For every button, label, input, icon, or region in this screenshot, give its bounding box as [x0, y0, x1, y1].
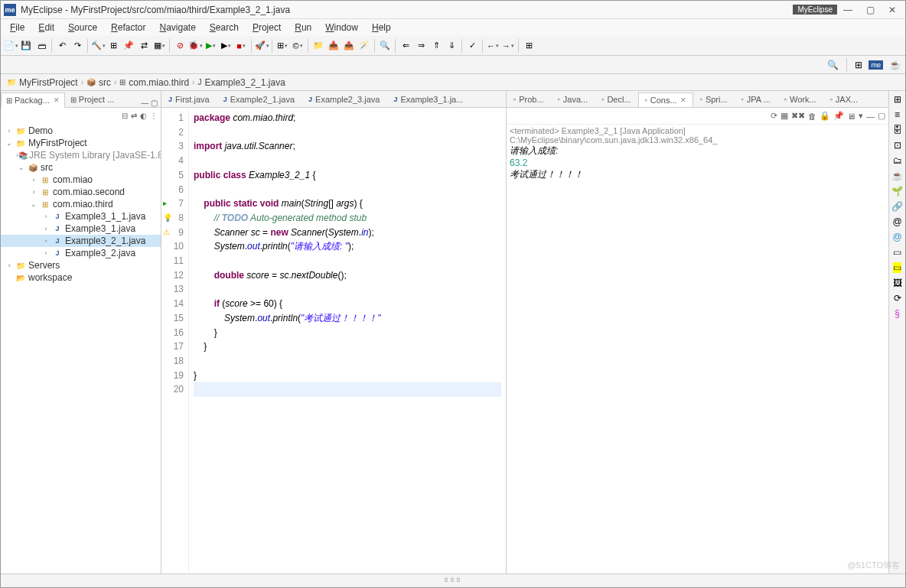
- run-button[interactable]: ▶: [204, 39, 217, 53]
- tree-item[interactable]: ›JExample3_2.java: [1, 247, 161, 259]
- back-button[interactable]: ⇐: [399, 39, 412, 53]
- breadcrumb-item[interactable]: MyFirstProject: [19, 77, 78, 88]
- coverage-button[interactable]: ▶: [219, 39, 233, 53]
- menu-edit[interactable]: Edit: [32, 21, 60, 34]
- menu-project[interactable]: Project: [246, 21, 287, 34]
- tree-item[interactable]: ›JExample3_2_1.java: [1, 235, 161, 247]
- max-icon[interactable]: ▢: [878, 111, 885, 121]
- trim-icon[interactable]: 🖼: [893, 278, 902, 288]
- build-button[interactable]: 🔨: [91, 39, 105, 53]
- tree-item[interactable]: ›📚JRE System Library [JavaSE-1.8]: [1, 149, 161, 161]
- tree-item[interactable]: ›JExample3_1.java: [1, 223, 161, 235]
- nav-back-button[interactable]: ←: [486, 39, 500, 53]
- sash-grip[interactable]: ⠿⠿⠿: [444, 577, 462, 584]
- console-output[interactable]: <terminated> Example3_2_1 [Java Applicat…: [507, 125, 888, 573]
- tree-item[interactable]: ⌄📦src: [1, 161, 161, 174]
- tree-item[interactable]: 📂workspace: [1, 271, 161, 284]
- menu-help[interactable]: Help: [366, 21, 397, 34]
- view-tab[interactable]: ⊞Project ...: [65, 92, 119, 107]
- view-tab[interactable]: ⊞Packag...✕: [1, 93, 65, 108]
- trim-icon[interactable]: ▭: [893, 262, 901, 273]
- trim-icon[interactable]: §: [895, 308, 900, 319]
- editor-tab[interactable]: JFirst.java: [161, 92, 217, 107]
- focus-icon[interactable]: ◐: [140, 112, 147, 120]
- undo-button[interactable]: ↶: [55, 39, 69, 53]
- pin-console-icon[interactable]: 📌: [833, 111, 844, 121]
- tree-item[interactable]: ›📁Servers: [1, 259, 161, 271]
- menu-window[interactable]: Window: [319, 21, 364, 34]
- ext-tools-button[interactable]: ■: [234, 39, 248, 53]
- trim-icon[interactable]: ⊞: [894, 94, 901, 105]
- editor-tab[interactable]: JExample2_1.java: [217, 92, 301, 107]
- pin-button[interactable]: 📌: [122, 39, 135, 53]
- code-editor[interactable]: 123456▸7💡8⚠91011121314151617181920 packa…: [161, 108, 506, 573]
- quick-search-icon[interactable]: 🔍: [827, 60, 839, 70]
- perspective-button[interactable]: ⊞: [522, 39, 536, 53]
- redo-button[interactable]: ↷: [70, 39, 84, 53]
- package-button[interactable]: ⊞: [275, 39, 289, 53]
- code-content[interactable]: package com.miao.third; import java.util…: [189, 108, 506, 573]
- menu-search[interactable]: Search: [204, 21, 245, 34]
- view-tab[interactable]: ▫Java...: [551, 92, 595, 107]
- package-tree[interactable]: ›📁Demo⌄📁MyFirstProject›📚JRE System Libra…: [1, 123, 161, 573]
- open-perspective-icon[interactable]: ⊞: [855, 60, 862, 70]
- menu-navigate[interactable]: Navigate: [153, 21, 201, 34]
- view-tab[interactable]: ▫Cons... ✕: [638, 93, 693, 108]
- tree-item[interactable]: ⌄📁MyFirstProject: [1, 137, 161, 149]
- trim-icon[interactable]: 🗄: [893, 125, 902, 135]
- trim-icon[interactable]: ▭: [893, 247, 901, 258]
- import-button[interactable]: 📥: [327, 39, 341, 53]
- view-tab[interactable]: ▫JPA ...: [735, 92, 777, 107]
- menu-refactor[interactable]: Refactor: [105, 21, 152, 34]
- down-button[interactable]: ⇓: [445, 39, 458, 53]
- trim-icon[interactable]: ⟳: [894, 293, 901, 304]
- display-icon[interactable]: 🖥: [847, 112, 855, 121]
- me-perspective-icon[interactable]: me: [869, 60, 883, 70]
- menu-file[interactable]: File: [4, 21, 31, 34]
- nav-fwd-button[interactable]: →: [501, 39, 515, 53]
- menu-source[interactable]: Source: [62, 21, 103, 34]
- remove-launch-icon[interactable]: ▦: [781, 111, 788, 121]
- link-button[interactable]: ⇄: [137, 39, 151, 53]
- search-button[interactable]: 🔍: [378, 39, 392, 53]
- trim-icon[interactable]: ≡: [895, 109, 900, 120]
- maximize-button[interactable]: ▢: [866, 5, 875, 15]
- toggle-button[interactable]: ⊞: [106, 39, 120, 53]
- editor-tab[interactable]: JExample3_1.ja...: [386, 92, 470, 107]
- new-button[interactable]: 📄: [4, 39, 18, 53]
- up-button[interactable]: ⇑: [429, 39, 443, 53]
- tree-item[interactable]: ⌄⊞com.miao.third: [1, 198, 161, 210]
- view-tab[interactable]: ▫Work...: [777, 92, 823, 107]
- remove-all-icon[interactable]: ✖✖: [791, 111, 805, 121]
- close-button[interactable]: ✕: [888, 5, 896, 15]
- view-tab[interactable]: ▫Spri...: [693, 92, 735, 107]
- trim-icon[interactable]: ⊡: [894, 140, 901, 151]
- tree-item[interactable]: ›⊞com.miao: [1, 174, 161, 186]
- scroll-lock-icon[interactable]: 🔒: [820, 111, 830, 121]
- minimize-button[interactable]: —: [843, 5, 852, 15]
- menu-run[interactable]: Run: [288, 21, 318, 34]
- relaunch-icon[interactable]: ⟳: [771, 111, 777, 121]
- trim-icon[interactable]: ☕: [891, 171, 903, 181]
- tree-item[interactable]: ›JExample3_1_1.java: [1, 210, 161, 223]
- grid-button[interactable]: ▦: [152, 39, 166, 53]
- save-all-button[interactable]: 🗃: [34, 39, 48, 53]
- min-icon[interactable]: —: [866, 112, 875, 121]
- collapse-all-icon[interactable]: ⊟: [122, 112, 128, 120]
- no-button[interactable]: ⊘: [173, 39, 187, 53]
- view-tab[interactable]: ▫Prob...: [507, 92, 551, 107]
- java-perspective-icon[interactable]: ☕: [889, 60, 901, 70]
- tree-item[interactable]: ›📁Demo: [1, 125, 161, 137]
- view-menu-icon[interactable]: ⋮: [150, 112, 158, 120]
- launch-button[interactable]: 🚀: [255, 39, 269, 53]
- trim-icon[interactable]: 🔗: [891, 201, 903, 212]
- breadcrumb-item[interactable]: com.miao.third: [129, 77, 189, 88]
- export-button[interactable]: 📤: [342, 39, 356, 53]
- clear-icon[interactable]: 🗑: [808, 112, 816, 121]
- view-tab[interactable]: ▫Decl...: [595, 92, 637, 107]
- wand-button[interactable]: 🪄: [357, 39, 371, 53]
- breadcrumb-item[interactable]: Example3_2_1.java: [204, 77, 285, 88]
- folder-button[interactable]: 📁: [311, 39, 325, 53]
- trim-icon[interactable]: 🗂: [893, 155, 902, 166]
- debug-button[interactable]: 🐞: [188, 39, 202, 53]
